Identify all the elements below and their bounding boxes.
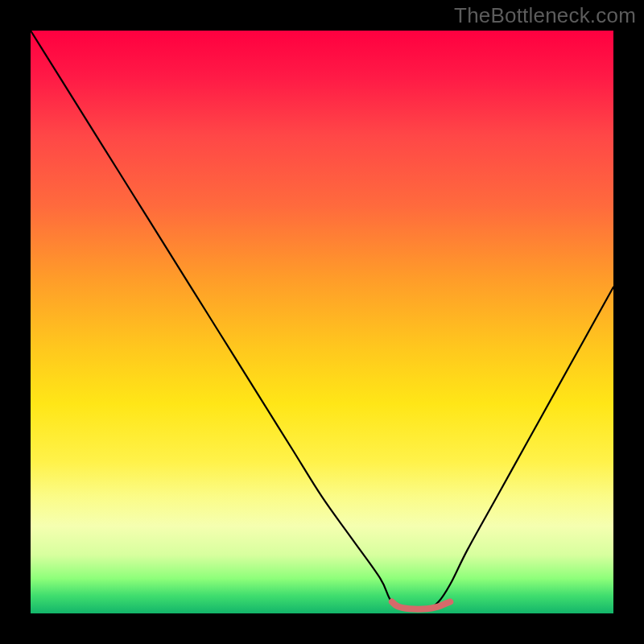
chart-frame: TheBottleneck.com xyxy=(0,0,644,644)
optimal-range-marker-path xyxy=(392,602,450,609)
watermark-text: TheBottleneck.com xyxy=(454,3,636,28)
chart-svg xyxy=(31,31,613,613)
plot-area xyxy=(31,31,613,613)
bottleneck-curve-path xyxy=(31,31,613,609)
